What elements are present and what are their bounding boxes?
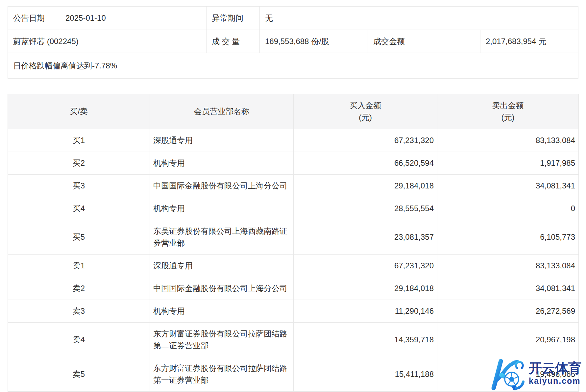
header-buy: 买入金额 (元) — [294, 94, 437, 129]
cell-side: 卖5 — [8, 357, 150, 392]
announce-date-value: 2025-01-10 — [60, 7, 207, 30]
cell-side: 买3 — [8, 175, 150, 197]
header-sell-unit: (元) — [441, 111, 575, 123]
stock-name: 蔚蓝锂芯 (002245) — [8, 30, 207, 53]
cell-buy: 67,231,320 — [294, 129, 437, 152]
cell-side: 买4 — [8, 197, 150, 220]
cell-sell: 83,133,084 — [437, 129, 579, 152]
kaiyun-watermark[interactable]: 开云体育 kaiyun.com — [490, 359, 581, 391]
cell-side: 卖4 — [8, 323, 150, 357]
volume-label: 成 交 量 — [207, 30, 260, 53]
cell-side: 买5 — [8, 220, 150, 255]
header-buy-unit: (元) — [297, 111, 434, 123]
turnover-value: 2,017,683,954 元 — [480, 30, 578, 53]
header-buy-title: 买入金额 — [297, 100, 434, 111]
volume-value: 169,553,688 份/股 — [260, 30, 368, 53]
abnormal-period-label: 异常期间 — [207, 7, 260, 30]
kaiyun-logo-icon — [490, 359, 527, 390]
table-row: 卖2 中国国际金融股份有限公司上海分公司 29,184,018 34,081,3… — [8, 277, 579, 300]
header-side: 买/卖 — [8, 94, 150, 129]
summary-row-stock: 蔚蓝锂芯 (002245) 成 交 量 169,553,688 份/股 成交金额… — [8, 30, 578, 53]
cell-branch: 东方财富证券股份有限公司拉萨团结路第二证券营业部 — [150, 323, 294, 357]
cell-side: 买2 — [8, 152, 150, 175]
cell-buy: 29,184,018 — [294, 175, 437, 197]
cell-sell: 34,081,341 — [437, 175, 579, 197]
cell-buy: 29,184,018 — [294, 277, 437, 300]
cell-sell: 20,967,198 — [437, 323, 579, 357]
watermark-brand: 开云体育 — [529, 361, 581, 375]
cell-branch: 东吴证券股份有限公司上海西藏南路证券营业部 — [150, 220, 294, 255]
turnover-label: 成交金额 — [368, 30, 480, 53]
summary-row-announce: 公告日期 2025-01-10 异常期间 无 — [8, 7, 578, 30]
cell-branch: 机构专用 — [150, 197, 294, 220]
header-sell-title: 卖出金额 — [441, 100, 575, 111]
table-row: 买5 东吴证券股份有限公司上海西藏南路证券营业部 23,081,357 6,10… — [8, 220, 579, 255]
cell-sell: 0 — [437, 197, 579, 220]
table-row: 卖1 深股通专用 67,231,320 83,133,084 — [8, 255, 579, 277]
cell-branch: 机构专用 — [150, 152, 294, 175]
table-row: 卖4 东方财富证券股份有限公司拉萨团结路第二证券营业部 14,359,718 2… — [8, 323, 579, 357]
header-branch: 会员营业部名称 — [150, 94, 294, 129]
cell-buy: 66,520,594 — [294, 152, 437, 175]
header-sell: 卖出金额 (元) — [437, 94, 579, 129]
cell-buy: 15,411,188 — [294, 357, 437, 392]
cell-branch: 深股通专用 — [150, 255, 294, 277]
cell-sell: 34,081,341 — [437, 277, 579, 300]
header-side-label: 买/卖 — [11, 106, 146, 117]
lhb-table: 买/卖 会员营业部名称 买入金额 (元) 卖出金额 (元) 买1 深股通专用 6… — [8, 94, 579, 392]
cell-branch: 机构专用 — [150, 300, 294, 323]
cell-buy: 14,359,718 — [294, 323, 437, 357]
cell-branch: 东方财富证券股份有限公司拉萨团结路第一证券营业部 — [150, 357, 294, 392]
watermark-text: 开云体育 kaiyun.com — [529, 359, 581, 386]
header-branch-label: 会员营业部名称 — [153, 106, 290, 117]
cell-sell: 26,272,569 — [437, 300, 579, 323]
deviation-note: 日价格跌幅偏离值达到-7.78% — [8, 53, 578, 78]
cell-sell: 83,133,084 — [437, 255, 579, 277]
cell-side: 卖1 — [8, 255, 150, 277]
cell-branch: 中国国际金融股份有限公司上海分公司 — [150, 277, 294, 300]
abnormal-period-value: 无 — [260, 7, 578, 30]
page: 公告日期 2025-01-10 异常期间 无 蔚蓝锂芯 (002245) 成 交… — [0, 0, 586, 392]
cell-side: 买1 — [8, 129, 150, 152]
soccer-ball-icon — [505, 372, 519, 386]
cell-branch: 中国国际金融股份有限公司上海分公司 — [150, 175, 294, 197]
cell-sell: 1,917,985 — [437, 152, 579, 175]
table-header-row: 买/卖 会员营业部名称 买入金额 (元) 卖出金额 (元) — [8, 94, 579, 129]
table-row: 卖3 机构专用 11,290,146 26,272,569 — [8, 300, 579, 323]
cell-side: 卖2 — [8, 277, 150, 300]
announce-date-label: 公告日期 — [8, 7, 60, 30]
cell-buy: 28,555,554 — [294, 197, 437, 220]
table-row: 买1 深股通专用 67,231,320 83,133,084 — [8, 129, 579, 152]
cell-buy: 23,081,357 — [294, 220, 437, 255]
cell-buy: 67,231,320 — [294, 255, 437, 277]
cell-side: 卖3 — [8, 300, 150, 323]
cell-branch: 深股通专用 — [150, 129, 294, 152]
cell-sell: 6,105,773 — [437, 220, 579, 255]
watermark-domain: kaiyun.com — [529, 376, 581, 386]
table-row: 买3 中国国际金融股份有限公司上海分公司 29,184,018 34,081,3… — [8, 175, 579, 197]
summary-row-note: 日价格跌幅偏离值达到-7.78% — [8, 53, 578, 78]
summary-table: 公告日期 2025-01-10 异常期间 无 蔚蓝锂芯 (002245) 成 交… — [8, 6, 578, 79]
table-row: 买4 机构专用 28,555,554 0 — [8, 197, 579, 220]
table-row: 买2 机构专用 66,520,594 1,917,985 — [8, 152, 579, 175]
cell-buy: 11,290,146 — [294, 300, 437, 323]
